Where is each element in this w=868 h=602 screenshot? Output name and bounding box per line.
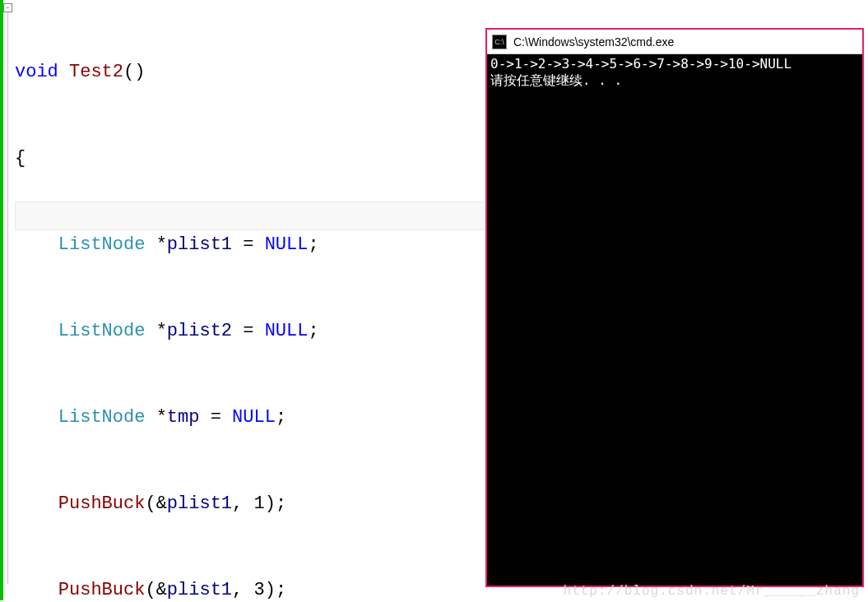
code-text[interactable]: void Test2() { ListNode *plist1 = NULL; … <box>15 0 417 602</box>
console-output[interactable]: 0->1->2->3->4->5->6->7->8->9->10->NULL 请… <box>487 54 862 586</box>
variable: plist2 <box>167 321 232 341</box>
console-output-line: 请按任意键继续. . . <box>490 72 859 89</box>
console-window[interactable]: C:\ C:\Windows\system32\cmd.exe 0->1->2-… <box>485 28 864 587</box>
code-line: void Test2() <box>15 58 417 86</box>
type-name: ListNode <box>58 234 146 255</box>
parens: () <box>123 62 145 82</box>
console-output-line: 0->1->2->3->4->5->6->7->8->9->10->NULL <box>490 56 859 72</box>
keyword-void: void <box>15 62 58 82</box>
function-call: PushBuck <box>58 493 146 514</box>
console-title: C:\Windows\system32\cmd.exe <box>513 35 674 49</box>
code-line: ListNode *tmp = NULL; <box>15 403 417 432</box>
code-line: PushBuck(&plist1, 1); <box>15 489 417 518</box>
variable: tmp <box>167 407 200 428</box>
code-line: ListNode *plist2 = NULL; <box>15 317 417 345</box>
code-line: PushBuck(&plist1, 3); <box>15 576 417 602</box>
function-name: Test2 <box>69 62 123 82</box>
null-keyword: NULL <box>265 321 309 341</box>
fold-toggle-icon[interactable]: - <box>3 3 12 12</box>
null-keyword: NULL <box>232 407 276 428</box>
null-keyword: NULL <box>265 234 309 255</box>
console-titlebar[interactable]: C:\ C:\Windows\system32\cmd.exe <box>487 30 862 54</box>
fold-guide-line <box>7 12 8 584</box>
function-call: PushBuck <box>58 580 146 600</box>
type-name: ListNode <box>58 407 146 428</box>
code-line: { <box>15 144 417 173</box>
watermark-text: http://blog.csdn.net/Mr______zhang <box>564 584 860 599</box>
type-name: ListNode <box>58 321 146 341</box>
open-brace: { <box>15 148 26 169</box>
change-marker-bar <box>0 0 3 600</box>
cmd-icon: C:\ <box>492 35 507 49</box>
variable: plist1 <box>167 234 232 255</box>
code-line: ListNode *plist1 = NULL; <box>15 230 417 259</box>
